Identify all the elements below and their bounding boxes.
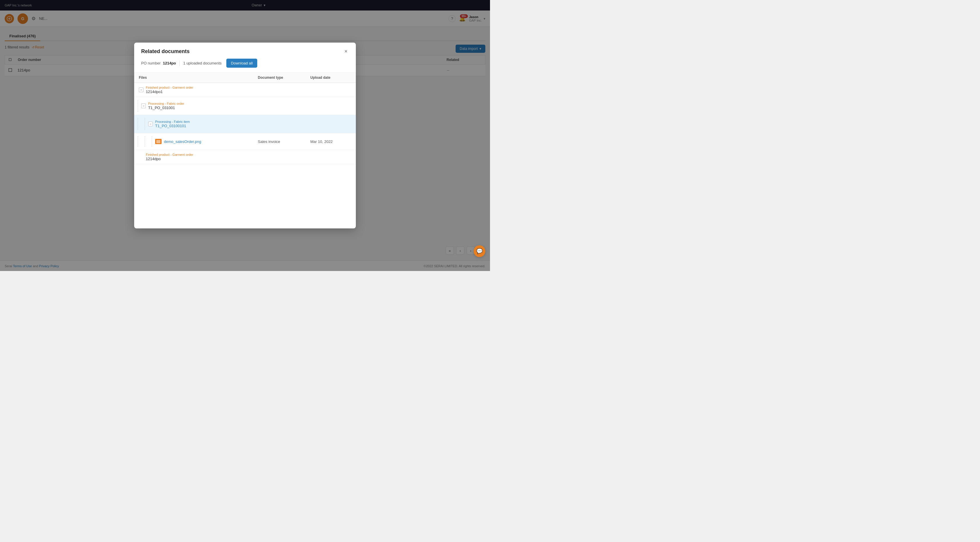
toggle-row2[interactable]: − [141,104,146,108]
po-number: 1214po [163,61,176,65]
row2-name: T1_PO_031001 [148,105,175,110]
row4-date: Mar 10, 2022 [310,139,351,144]
row1-content: Finished product - Garment order 1214dpo… [146,86,258,94]
tree-rows: − Finished product - Garment order 1214d… [134,83,356,228]
tree-row-1: − Finished product - Garment order 1214d… [134,83,356,97]
row5-content: Finished product - Garment order 1214dpo [146,153,258,161]
modal-header: Related documents × PO number 1214po 1 u… [134,43,356,73]
tree-row-3: − Processing - Fabric item T1_PO_0310010… [134,115,356,133]
modal-empty-space [134,164,356,228]
tree-row-5: Finished product - Garment order 1214dpo [134,150,356,164]
close-icon: × [344,48,348,54]
modal-body: Files Document type Upload date − Finish… [134,73,356,228]
col-files-header: Files [139,76,258,80]
row3-name[interactable]: T1_PO_03100101 [155,124,186,128]
po-label: PO number [141,61,161,65]
modal-dialog: Related documents × PO number 1214po 1 u… [134,43,356,228]
chat-bubble[interactable]: 💬 [474,245,485,257]
tree-row-2: − Processing - Fabric order T1_PO_031001 [134,97,356,115]
modal-title: Related documents [141,48,349,54]
doc-table-header: Files Document type Upload date [134,73,356,83]
row1-name: 1214dpo1 [146,89,163,94]
modal-meta: PO number 1214po 1 uploaded documents Do… [141,59,349,68]
file-icon [155,139,162,144]
tree-row-4: demo_salesOrder.png Sales invoice Mar 10… [134,133,356,150]
modal-close-button[interactable]: × [342,47,350,56]
col-doctype-header: Document type [258,76,310,80]
row5-category: Finished product - Garment order [146,153,193,156]
row4-doctype: Sales invoice [258,139,310,144]
toggle-row3[interactable]: − [148,122,153,126]
upload-count: 1 uploaded documents [183,61,222,65]
row4-filename[interactable]: demo_salesOrder.png [164,139,201,144]
row3-category: Processing - Fabric item [155,120,190,123]
download-all-button[interactable]: Download all [226,59,257,68]
row2-content: Processing - Fabric order T1_PO_031001 [148,102,258,110]
toggle-row1[interactable]: − [139,88,143,92]
row3-content: Processing - Fabric item T1_PO_03100101 [155,120,258,128]
row2-category: Processing - Fabric order [148,102,185,105]
row1-category: Finished product - Garment order [146,86,193,89]
col-date-header: Upload date [310,76,351,80]
modal-overlay[interactable]: Related documents × PO number 1214po 1 u… [0,0,490,271]
chat-icon: 💬 [476,248,483,254]
row5-name: 1214dpo [146,157,161,161]
